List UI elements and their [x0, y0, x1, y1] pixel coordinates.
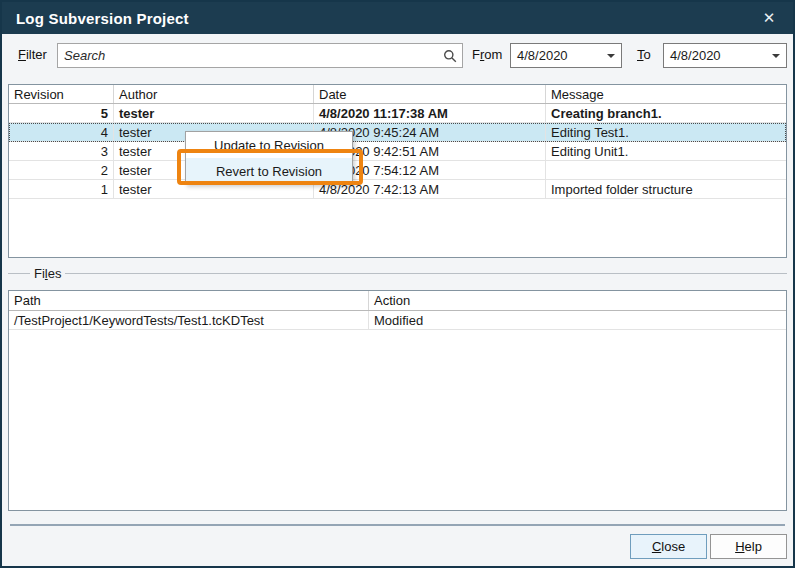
revision-cell: 4 — [9, 123, 114, 141]
files-group-label: Files — [30, 266, 65, 281]
to-label-post: o — [644, 47, 651, 62]
files-label-post: es — [48, 266, 62, 281]
dialog-title: Log Subversion Project — [2, 10, 189, 27]
column-header-author[interactable]: Author — [114, 85, 314, 103]
filter-label-post: ilter — [26, 47, 47, 62]
revision-cell: 5 — [9, 104, 114, 122]
revision-cell: 3 — [9, 142, 114, 160]
revision-log-table: Revision Author Date Message 5 tester 4/… — [8, 84, 787, 258]
message-cell: Imported folder structure — [546, 180, 786, 198]
message-cell — [546, 161, 786, 179]
files-table-header: Path Action — [9, 291, 786, 311]
title-bar: Log Subversion Project ✕ — [2, 2, 793, 34]
from-label-pre: F — [472, 47, 480, 62]
log-subversion-dialog: Log Subversion Project ✕ Filter From 4/8… — [0, 0, 795, 568]
files-table: Path Action /TestProject1/KeywordTests/T… — [8, 290, 787, 511]
close-label-mnemonic: C — [652, 539, 661, 554]
table-row[interactable]: 5 tester 4/8/2020 11:17:38 AM Creating b… — [9, 104, 786, 123]
file-action-cell: Modified — [369, 311, 786, 329]
column-header-action[interactable]: Action — [369, 291, 786, 310]
log-table-header: Revision Author Date Message — [9, 85, 786, 104]
column-header-revision[interactable]: Revision — [9, 85, 114, 103]
context-menu: Update to Revision Revert to Revision — [185, 131, 353, 185]
to-date-dropdown[interactable]: 4/8/2020 — [663, 43, 787, 68]
help-label-mnemonic: H — [735, 539, 744, 554]
to-date-value: 4/8/2020 — [670, 48, 766, 63]
chevron-down-icon — [607, 54, 615, 58]
date-cell: 4/8/2020 11:17:38 AM — [314, 104, 546, 122]
table-row[interactable]: 2 tester 4/8/2020 7:54:12 AM — [9, 161, 786, 180]
files-label-pre: Fi — [34, 266, 45, 281]
filter-label-mnemonic: F — [18, 47, 26, 62]
chevron-down-icon — [772, 54, 780, 58]
files-group-divider — [8, 273, 787, 274]
search-box — [57, 43, 463, 68]
close-label-post: lose — [661, 539, 685, 554]
filter-label: Filter — [18, 47, 47, 62]
column-header-date[interactable]: Date — [314, 85, 546, 103]
help-button[interactable]: Help — [710, 534, 787, 559]
revision-cell: 2 — [9, 161, 114, 179]
from-label-post: om — [484, 47, 502, 62]
from-date-dropdown[interactable]: 4/8/2020 — [510, 43, 622, 68]
search-input[interactable] — [58, 44, 438, 67]
from-date-value: 4/8/2020 — [517, 48, 601, 63]
message-cell: Editing Test1. — [546, 123, 786, 141]
from-label: From — [472, 47, 502, 62]
table-row[interactable]: 3 tester 4/8/2020 9:42:51 AM Editing Uni… — [9, 142, 786, 161]
author-cell: tester — [114, 104, 314, 122]
column-header-path[interactable]: Path — [9, 291, 369, 310]
to-label: To — [637, 47, 651, 62]
menu-item-revert-to-revision[interactable]: Revert to Revision — [186, 158, 352, 184]
file-row[interactable]: /TestProject1/KeywordTests/Test1.tcKDTes… — [9, 311, 786, 330]
column-header-message[interactable]: Message — [546, 85, 786, 103]
table-row-selected[interactable]: 4 tester 4/8/2020 9:45:24 AM Editing Tes… — [9, 123, 786, 142]
close-icon[interactable]: ✕ — [751, 2, 787, 34]
menu-item-update-to-revision[interactable]: Update to Revision — [186, 132, 352, 158]
search-icon[interactable] — [438, 44, 462, 67]
close-button[interactable]: Close — [630, 534, 707, 559]
file-path-cell: /TestProject1/KeywordTests/Test1.tcKDTes… — [9, 311, 369, 329]
help-label-post: elp — [745, 539, 762, 554]
table-row[interactable]: 1 tester 4/8/2020 7:42:13 AM Imported fo… — [9, 180, 786, 199]
footer-divider — [10, 524, 785, 526]
revision-cell: 1 — [9, 180, 114, 198]
message-cell: Creating branch1. — [546, 104, 786, 122]
message-cell: Editing Unit1. — [546, 142, 786, 160]
